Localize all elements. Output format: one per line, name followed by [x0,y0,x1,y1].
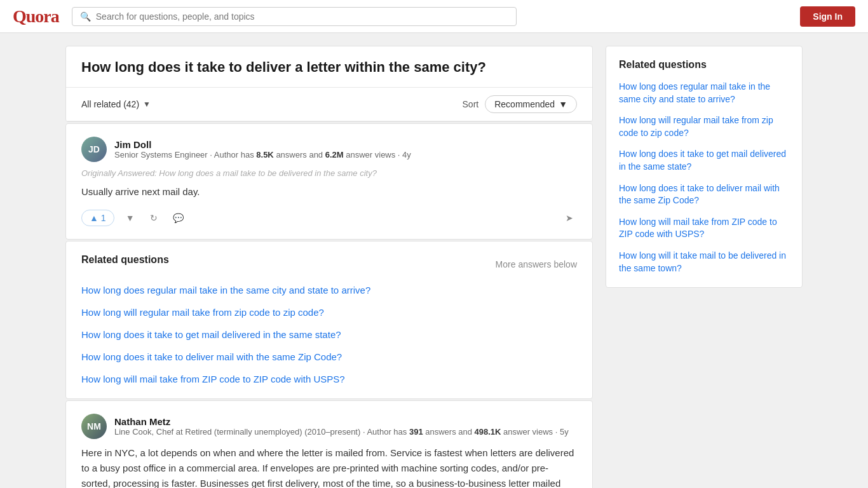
answer-card-2: NM Nathan Metz Line Cook, Chef at Retire… [65,400,593,488]
share-button-1[interactable]: ➤ [562,210,577,226]
bio2-prefix: Line Cook, Chef at Retired (terminally u… [114,427,409,437]
author-row: JD Jim Doll Senior Systems Engineer · Au… [81,137,577,162]
upvote-button-1[interactable]: ▲ 1 [81,210,114,226]
answer-card-1: JD Jim Doll Senior Systems Engineer · Au… [65,123,593,240]
related-link-inline-2[interactable]: How long does it take to get mail delive… [81,328,577,341]
author-answers-1: 8.5K [256,150,273,159]
originally-answered-1: Originally Answered: How long does a mai… [81,168,577,178]
related-link-inline-4[interactable]: How long will mail take from ZIP code to… [81,372,577,386]
related-box-inline: Related questions More answers below How… [65,241,593,399]
related-header: Related questions More answers below [81,254,577,274]
upvote-icon: ▲ [90,213,98,223]
related-link-inline-0[interactable]: How long does regular mail take in the s… [81,283,577,297]
comment-button-1[interactable]: 💬 [169,210,187,226]
downvote-button-1[interactable]: ▼ [122,210,139,226]
sidebar-card: Related questions How long does regular … [606,46,803,288]
all-related[interactable]: All related (42) ▼ [81,99,151,109]
author-views-1: 6.2M [325,150,344,159]
bio-mid: answers and [274,150,325,159]
search-bar[interactable]: 🔍 [72,7,517,26]
header: Quora 🔍 Sign In [0,0,868,33]
actions-1: ▲ 1 ▼ ↻ 💬 ➤ [81,210,577,226]
sidebar-link-1[interactable]: How long will regular mail take from zip… [619,114,789,139]
share-icon: ➤ [566,213,573,223]
author-name-1[interactable]: Jim Doll [114,139,411,150]
answer-text-2: Here in NYC, a lot depends on when and w… [81,445,577,488]
refresh-icon: ↻ [150,213,158,223]
upvote-count-1: 1 [101,213,106,223]
sidebar-link-3[interactable]: How long does it take to deliver mail wi… [619,182,789,207]
sign-in-button[interactable]: Sign In [800,6,855,27]
author-info-2: Nathan Metz Line Cook, Chef at Retired (… [114,416,569,437]
author-bio-1: Senior Systems Engineer · Author has 8.5… [114,150,411,159]
chevron-down-icon: ▼ [143,100,151,109]
avatar-placeholder-2: NM [81,414,107,439]
answer-text-1: Usually arrive next mail day. [81,184,577,200]
bio-prefix: Senior Systems Engineer · Author has [114,150,256,159]
sidebar-link-4[interactable]: How long will mail take from ZIP code to… [619,216,789,241]
related-link-inline-1[interactable]: How long will regular mail take from zip… [81,306,577,319]
more-answers-label: More answers below [496,259,577,269]
bio2-mid: answers and [423,427,475,437]
author-views-2: 498.1K [475,427,501,437]
question-card: How long does it take to deliver a lette… [65,46,593,122]
downvote-icon: ▼ [126,213,135,223]
logo[interactable]: Quora [13,6,59,27]
main-content: How long does it take to deliver a lette… [65,46,593,488]
header-right: Sign In [800,6,855,27]
sort-label: Sort [463,99,479,109]
sort-dropdown[interactable]: Recommended ▼ [485,95,577,113]
bio-suffix: answer views · 4y [344,150,411,159]
sidebar-link-5[interactable]: How long will it take mail to be deliver… [619,250,789,274]
related-link-inline-3[interactable]: How long does it take to deliver mail wi… [81,350,577,363]
author-info-1: Jim Doll Senior Systems Engineer · Autho… [114,139,411,159]
sidebar-link-2[interactable]: How long does it take to get mail delive… [619,148,789,173]
avatar-placeholder-1: JD [81,137,107,162]
answers-toolbar: All related (42) ▼ Sort Recommended ▼ [66,88,592,121]
author-bio-2: Line Cook, Chef at Retired (terminally u… [114,427,569,437]
refresh-button-1[interactable]: ↻ [146,210,161,226]
bio2-suffix: answer views · 5y [501,427,568,437]
question-title: How long does it take to deliver a lette… [66,46,592,88]
avatar-2: NM [81,414,107,439]
sort-value: Recommended [494,99,555,109]
sidebar: Related questions How long does regular … [606,46,803,488]
sidebar-title: Related questions [619,59,789,71]
author-name-2[interactable]: Nathan Metz [114,416,569,427]
page-layout: How long does it take to deliver a lette… [53,33,815,488]
related-box-title: Related questions [81,254,169,266]
all-related-label: All related (42) [81,99,139,109]
sidebar-link-0[interactable]: How long does regular mail take in the s… [619,81,789,105]
author-row-2: NM Nathan Metz Line Cook, Chef at Retire… [81,414,577,439]
comment-icon: 💬 [173,213,184,223]
search-input[interactable] [96,11,508,22]
sort-chevron-icon: ▼ [559,99,567,109]
author-answers-2: 391 [409,427,423,437]
avatar-1: JD [81,137,107,162]
search-icon: 🔍 [80,11,91,22]
